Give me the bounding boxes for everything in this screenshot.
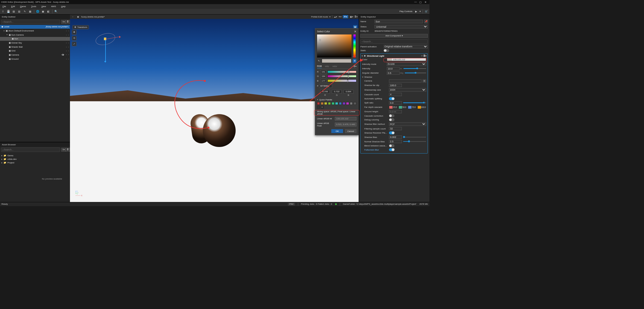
maximize-button[interactable]: ▢: [418, 1, 423, 4]
hue-slider[interactable]: [353, 34, 356, 57]
b-value[interactable]: 177: [320, 79, 327, 82]
menu-tools[interactable]: Tools: [28, 5, 39, 8]
intensity-field[interactable]: [387, 67, 400, 70]
rotate-tool-button[interactable]: ⟲: [72, 36, 77, 41]
close-window-button[interactable]: ✕: [423, 1, 428, 4]
minimize-button[interactable]: —: [413, 1, 418, 3]
level-row[interactable]: ◉ Level (fooey-delete-me.prefab*): [0, 25, 70, 29]
g-slider[interactable]: [327, 75, 356, 77]
menu-aws[interactable]: AWS: [49, 5, 59, 8]
play-icon[interactable]: ▶: [414, 10, 418, 13]
tool-icon[interactable]: ▧: [12, 10, 16, 13]
depth-cascade-chip[interactable]: 100.0: [417, 106, 426, 109]
blend-cascades-toggle[interactable]: [389, 144, 394, 147]
entity-outliner-tab[interactable]: Entity Outliner: [0, 14, 70, 19]
g-value[interactable]: 184: [320, 75, 327, 78]
asset-folder-row[interactable]: ▸📁o3de-dev: [1, 157, 68, 161]
static-toggle[interactable]: [384, 49, 389, 52]
intensity-slider[interactable]: [403, 68, 426, 69]
linear-int-field[interactable]: 133,122,112: [335, 117, 356, 121]
tab-rgb[interactable]: RGB: [317, 65, 322, 68]
palette-swatch[interactable]: [317, 106, 320, 109]
p4v-button[interactable]: P4V: [288, 203, 295, 206]
entity-inspector-tab[interactable]: Entity Inspector: [359, 14, 429, 19]
palette-swatch[interactable]: [339, 102, 342, 105]
sv-picker[interactable]: [317, 34, 352, 57]
palette-swatch[interactable]: [353, 102, 356, 105]
fullscreen-blur-toggle[interactable]: [389, 148, 394, 151]
palette-swatch[interactable]: [335, 102, 338, 105]
menu-game[interactable]: Game: [17, 5, 28, 8]
depth-cascade-chip[interactable]: 75.0: [408, 106, 416, 109]
outliner-search-input[interactable]: [4, 21, 59, 23]
float-b[interactable]: 0.694: [344, 90, 353, 94]
color-swatch[interactable]: 133,122,112: [387, 58, 426, 61]
cascade-count-field[interactable]: [389, 93, 402, 96]
tool-icon[interactable]: ▣: [41, 10, 45, 13]
viewport-tab[interactable]: fooey-delete-me.prefab*: [81, 16, 105, 18]
palette-swatch[interactable]: [350, 102, 353, 105]
entity-name-input[interactable]: [374, 20, 423, 23]
tree-row[interactable]: ▣Shader Ball• •: [0, 45, 70, 49]
save-icon[interactable]: 💾: [7, 10, 10, 13]
b-slider[interactable]: [327, 79, 356, 82]
parent-activation-select[interactable]: Original relative transform: [384, 45, 428, 48]
shadow-section-label[interactable]: Shadow: [364, 76, 372, 78]
color-tabs-menu[interactable]: ≣▾: [353, 65, 356, 68]
angular-diameter-slider[interactable]: [405, 73, 426, 73]
debug-coloring-toggle[interactable]: [389, 118, 394, 121]
filter-button[interactable]: ▽▾: [61, 20, 66, 24]
viewport-option-icon[interactable]: ≣▾: [355, 16, 358, 18]
ok-button[interactable]: OK: [331, 129, 343, 133]
globe-icon[interactable]: 🌐: [36, 10, 39, 13]
shadow-bias-field[interactable]: [389, 135, 402, 139]
float-g[interactable]: 0.722: [332, 90, 342, 94]
shadowmap-size-select[interactable]: 1024: [389, 88, 426, 92]
linear-float-field[interactable]: 0.521, 0.479, 0.440: [335, 123, 356, 126]
tree-row[interactable]: ▣Camera👁‍🗨• •: [0, 53, 70, 57]
palette-swatch[interactable]: [328, 102, 331, 105]
cancel-button[interactable]: Cancel: [345, 129, 357, 133]
back-button[interactable]: ←: [71, 16, 75, 18]
settings-icon[interactable]: ⚙: [353, 59, 357, 63]
asset-browser-tab[interactable]: Asset Browser: [0, 142, 70, 147]
tree-row[interactable]: ▾▣Atom Default Environment• •: [0, 29, 70, 33]
inspector-search-input[interactable]: [363, 40, 426, 43]
search-icon[interactable]: 🔍: [54, 10, 58, 13]
component-menu-icon[interactable]: ≣▾: [423, 55, 426, 57]
split-ratio-field[interactable]: [389, 101, 402, 105]
intensity-mode-select[interactable]: Ev100: [387, 62, 426, 66]
depth-cascade-chip[interactable]: 25.0: [389, 106, 397, 109]
asset-search-input[interactable]: [4, 148, 59, 151]
eyedropper-icon[interactable]: ✎: [317, 60, 321, 62]
tree-row[interactable]: ▾▣Sun-Camera• •: [0, 33, 70, 37]
cart-icon[interactable]: 🛒: [425, 10, 428, 13]
tree-row[interactable]: ▣Sun• •: [0, 37, 70, 41]
tab-hsv[interactable]: HSV: [333, 65, 337, 68]
list-mode-button[interactable]: ≣: [66, 20, 70, 24]
tool-icon[interactable]: ✎: [23, 10, 27, 13]
viewport-option-icon[interactable]: ▣▾: [350, 16, 353, 18]
normal-bias-field[interactable]: [389, 140, 402, 143]
palette-swatch[interactable]: [321, 102, 324, 105]
tool-icon[interactable]: ◧: [47, 10, 50, 13]
r-slider[interactable]: [327, 71, 356, 73]
status-select[interactable]: Universal: [374, 25, 428, 28]
move-tool-button[interactable]: ✥: [72, 30, 77, 34]
float-r[interactable]: 0.749: [320, 90, 330, 94]
list-mode-button[interactable]: ≣: [66, 148, 70, 151]
add-palette-icon[interactable]: +: [321, 106, 324, 109]
palette-swatch[interactable]: [343, 102, 346, 105]
tree-row[interactable]: ▣Global Sky• •: [0, 41, 70, 45]
split-ratio-slider[interactable]: [403, 102, 426, 103]
shadow-far-clip-field[interactable]: [389, 84, 402, 87]
filter-button[interactable]: ▽▾: [61, 148, 66, 151]
tree-row[interactable]: ▣Ground• •: [0, 57, 70, 61]
transform-mode-pill[interactable]: ✥ Transform: [72, 25, 89, 29]
tab-hsl[interactable]: HSL: [325, 65, 329, 68]
prefab-edit-mode[interactable]: Prefab Edit mode: [311, 16, 328, 18]
scale-tool-button[interactable]: ⤢: [72, 42, 77, 46]
target-icon[interactable]: ◎: [423, 79, 426, 83]
palette-swatch[interactable]: [332, 102, 335, 105]
tool-icon[interactable]: ▦: [28, 10, 32, 13]
